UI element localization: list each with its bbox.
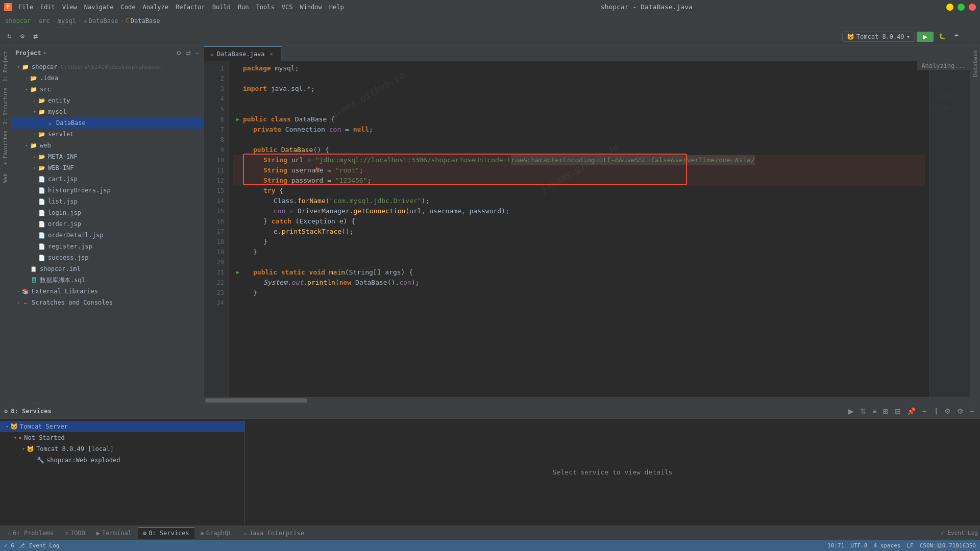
- breadcrumb-mysql[interactable]: mysql: [58, 17, 76, 24]
- tree-item-orderdetail-jsp[interactable]: 📄 orderDetail.jsp: [11, 230, 204, 241]
- editor-minimap[interactable]: package mysql; import java.sql.*; public…: [929, 61, 970, 397]
- line-numbers: 1 2 3 4 5 6 7 8 9 10 11 12 13 14 15 16 1…: [204, 61, 229, 397]
- toolbar-settings-btn[interactable]: ⚙: [17, 32, 28, 41]
- left-tab-web[interactable]: Web: [1, 170, 10, 186]
- services-minimize-btn[interactable]: −: [968, 406, 976, 416]
- toolbar-more-btn[interactable]: ⋯: [964, 32, 976, 41]
- right-tab-database[interactable]: Database: [970, 46, 980, 81]
- toolbar-sync-btn[interactable]: ⇄: [30, 32, 41, 41]
- menu-tools[interactable]: Tools: [253, 3, 278, 12]
- services-item-shopcar-web[interactable]: 🔧 shopcar:Web exploded: [0, 455, 244, 466]
- left-tab-project[interactable]: 1: Project: [1, 48, 10, 85]
- left-tab-structure[interactable]: 2: Structure: [1, 85, 10, 128]
- tree-item-meta-inf[interactable]: › 📂 META-INF: [11, 151, 204, 162]
- menu-help[interactable]: Help: [326, 3, 347, 12]
- services-expand-all-btn[interactable]: ⇅: [858, 406, 868, 416]
- tab-close-button[interactable]: ✕: [268, 51, 275, 58]
- tab-problems[interactable]: ⚠ 6: Problems: [2, 527, 59, 539]
- status-problems-count[interactable]: ✓ 6: [4, 542, 14, 549]
- tab-graphql[interactable]: ◈ GraphQL: [195, 527, 237, 539]
- services-item-not-started[interactable]: ▾ ✕ Not Started: [0, 432, 244, 443]
- breadcrumb-database1[interactable]: ☕DataBase: [84, 17, 118, 24]
- tree-item-shopcar-iml[interactable]: 📋 shopcar.iml: [11, 263, 204, 274]
- services-item-tomcat-local[interactable]: ▾ 🐱 Tomcat 8.0.49 [local]: [0, 443, 244, 455]
- status-indent[interactable]: 4 spaces: [873, 542, 900, 549]
- menu-bar[interactable]: File Edit View Navigate Code Analyze Ref…: [15, 3, 347, 12]
- tree-item-idea[interactable]: › 📂 .idea: [11, 72, 204, 84]
- breadcrumb-shopcar[interactable]: shopcar: [5, 17, 31, 24]
- tree-item-database[interactable]: ☕ DataBase: [11, 117, 204, 129]
- horizontal-scrollbar[interactable]: [204, 397, 970, 403]
- services-settings-btn[interactable]: ⚙: [942, 406, 953, 416]
- maximize-button[interactable]: [958, 4, 965, 11]
- services-filter-btn[interactable]: ⊟: [893, 406, 903, 416]
- minimize-button[interactable]: [946, 4, 953, 11]
- run-button[interactable]: ▶: [917, 32, 934, 42]
- menu-view[interactable]: View: [59, 3, 80, 12]
- toolbar-refresh-btn[interactable]: ↻: [4, 32, 15, 41]
- tree-item-mysql[interactable]: ▾ 📁 mysql: [11, 106, 204, 117]
- services-collapse-all-btn[interactable]: ≡: [870, 406, 878, 416]
- tree-item-entity[interactable]: › 📂 entity: [11, 95, 204, 106]
- run-gutter[interactable]: ▶: [233, 267, 243, 278]
- menu-refactor[interactable]: Refactor: [173, 3, 208, 12]
- tree-item-web[interactable]: ▾ 📁 web: [11, 140, 204, 151]
- menu-file[interactable]: File: [15, 3, 36, 12]
- toolbar-collapse-btn[interactable]: −: [43, 32, 52, 41]
- menu-code[interactable]: Code: [118, 3, 139, 12]
- tree-item-ext-libs[interactable]: › 📚 External Libraries: [11, 286, 204, 297]
- code-content[interactable]: javams.github.io javams.github.io ← pack…: [229, 61, 929, 397]
- tree-item-list-jsp[interactable]: 📄 list.jsp: [11, 196, 204, 207]
- tree-item-register-jsp[interactable]: 📄 register.jsp: [11, 241, 204, 252]
- main-area: 1: Project 2: Structure ★ Favorites Web …: [0, 46, 980, 403]
- menu-window[interactable]: Window: [297, 3, 325, 12]
- services-item-tomcat-server[interactable]: ▾ 🐱 Tomcat Server: [0, 421, 244, 432]
- tree-item-login-jsp[interactable]: 📄 login.jsp: [11, 207, 204, 218]
- tree-item-src[interactable]: ▾ 📁 src: [11, 84, 204, 95]
- tree-item-order-jsp[interactable]: 📄 order.jsp: [11, 218, 204, 230]
- tree-item-success-jsp[interactable]: 📄 success.jsp: [11, 252, 204, 263]
- tab-services[interactable]: ⚙ 8: Services: [138, 527, 194, 539]
- editor-tab-bar: ☕ DataBase.java ✕: [204, 46, 970, 61]
- editor-tab-database-java[interactable]: ☕ DataBase.java ✕: [204, 46, 282, 61]
- menu-navigate[interactable]: Navigate: [81, 3, 117, 12]
- tree-item-scratches[interactable]: › ✏ Scratches and Consoles: [11, 297, 204, 308]
- tree-item-sql[interactable]: 🗄 数据库脚本.sql: [11, 274, 204, 286]
- debug-button[interactable]: 🐛: [936, 32, 949, 41]
- breadcrumb-database2[interactable]: CDataBase: [126, 17, 160, 24]
- services-pin-btn[interactable]: 📌: [905, 406, 918, 416]
- status-encoding[interactable]: UTF-8: [850, 542, 867, 549]
- window-controls[interactable]: [946, 4, 976, 11]
- jsp-file-icon: 📄: [38, 209, 46, 217]
- left-tab-favorites[interactable]: ★ Favorites: [1, 128, 10, 170]
- project-collapse-btn[interactable]: −: [194, 48, 200, 58]
- tomcat-selector[interactable]: 🐱 Tomcat 8.0.49 ▾: [842, 32, 915, 42]
- status-event-log[interactable]: Event Log: [29, 542, 60, 549]
- menu-analyze[interactable]: Analyze: [139, 3, 172, 12]
- breadcrumb-src[interactable]: src: [39, 17, 50, 24]
- tab-todo[interactable]: ☑ TODO: [60, 527, 90, 539]
- menu-build[interactable]: Build: [209, 3, 234, 12]
- services-run-btn[interactable]: ▶: [846, 406, 856, 416]
- run-gutter[interactable]: ▶: [233, 114, 243, 124]
- services-add-btn[interactable]: +: [920, 406, 928, 416]
- project-gear-btn[interactable]: ⚙: [175, 48, 183, 58]
- menu-vcs[interactable]: VCS: [279, 3, 296, 12]
- tab-terminal[interactable]: ▶ Terminal: [91, 527, 137, 539]
- services-gear-btn[interactable]: ⚙: [955, 406, 966, 416]
- coverage-button[interactable]: ☂: [951, 32, 962, 41]
- close-button[interactable]: [969, 4, 976, 11]
- tree-item-cart-jsp[interactable]: 📄 cart.jsp: [11, 173, 204, 185]
- menu-run[interactable]: Run: [235, 3, 252, 12]
- event-log-btn[interactable]: ✓ Event Log: [941, 530, 978, 536]
- project-dropdown-icon[interactable]: ▾: [43, 50, 46, 56]
- tree-item-historyorders-jsp[interactable]: 📄 historyOrders.jsp: [11, 185, 204, 196]
- menu-edit[interactable]: Edit: [37, 3, 58, 12]
- tree-item-web-inf[interactable]: › 📂 WEB-INF: [11, 162, 204, 173]
- chevron-right-icon: ›: [15, 289, 21, 294]
- tree-item-servlet[interactable]: › 📂 servlet: [11, 129, 204, 140]
- tree-item-shopcar[interactable]: ▾ 📁 shopcar C:\Users\51414\Desktop\shopc…: [11, 61, 204, 72]
- project-sync-btn[interactable]: ⇄: [185, 48, 192, 58]
- tab-java-enterprise[interactable]: ☕ Java Enterprise: [238, 527, 309, 539]
- services-group-btn[interactable]: ⊞: [880, 406, 891, 416]
